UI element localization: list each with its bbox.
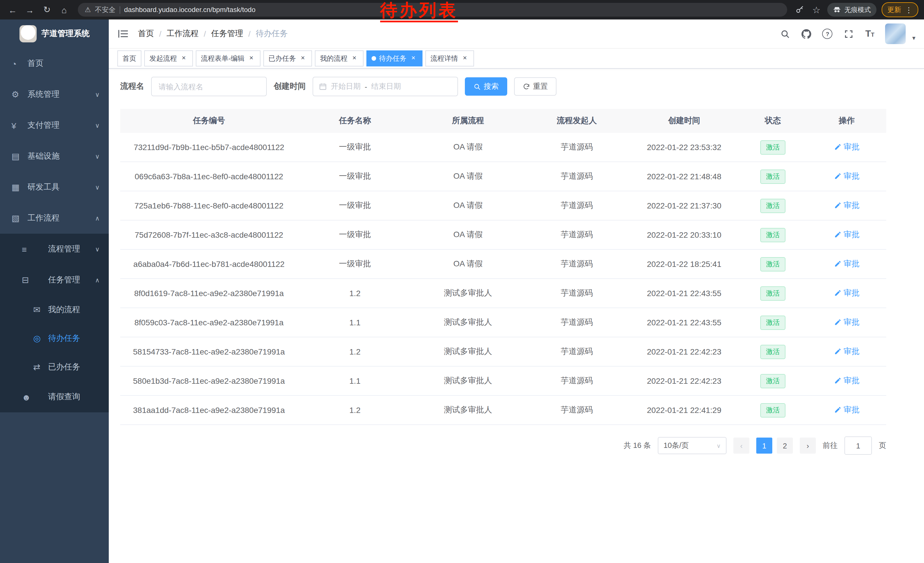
- page-button[interactable]: 1: [756, 438, 772, 453]
- date-range-picker[interactable]: 开始日期 - 结束日期: [313, 77, 458, 96]
- cell-task-name: 1.1: [298, 366, 412, 395]
- next-page-button[interactable]: ›: [800, 438, 816, 453]
- sidebar-item-task-management[interactable]: ⊟任务管理∧: [0, 264, 109, 296]
- approve-link[interactable]: 审批: [834, 142, 860, 152]
- approve-link[interactable]: 审批: [834, 347, 860, 357]
- approve-link[interactable]: 审批: [834, 288, 860, 299]
- close-icon[interactable]: ×: [299, 54, 307, 62]
- approve-link[interactable]: 审批: [834, 259, 860, 269]
- close-icon[interactable]: ×: [180, 54, 188, 62]
- sidebar-item-process-management[interactable]: ≡流程管理∨: [0, 234, 109, 264]
- sidebar-item-my-process[interactable]: ✉我的流程: [0, 296, 109, 324]
- cell-create-time: 2022-01-22 20:33:10: [630, 220, 738, 249]
- search-icon[interactable]: [780, 28, 791, 39]
- search-button[interactable]: 搜索: [465, 77, 507, 96]
- back-icon[interactable]: ←: [6, 3, 20, 17]
- prev-page-button[interactable]: ‹: [734, 438, 749, 453]
- cell-actions: 审批: [807, 191, 886, 220]
- cell-process: 测试多审批人: [412, 308, 524, 337]
- sidebar-item-workflow[interactable]: ▧工作流程∧: [0, 203, 109, 234]
- cell-starter: 芋道源码: [524, 220, 630, 249]
- sidebar-item-label: 首页: [27, 59, 109, 69]
- sidebar-item-system-management[interactable]: ⚙系统管理∨: [0, 79, 109, 110]
- browser-chrome: ← → ↻ ⌂ ⚠ 不安全 dashboard.yudao.iocoder.cn…: [0, 0, 924, 20]
- view-tab[interactable]: 流程表单-编辑×: [196, 50, 261, 66]
- chevron-down-icon: ∨: [95, 183, 100, 191]
- cell-process: 测试多审批人: [412, 395, 524, 425]
- key-icon[interactable]: [794, 4, 806, 15]
- close-icon[interactable]: ×: [410, 54, 417, 62]
- cell-starter: 芋道源码: [524, 395, 630, 425]
- cell-status: 激活: [738, 249, 807, 279]
- process-name-input[interactable]: [158, 82, 261, 92]
- reload-icon[interactable]: ↻: [40, 3, 54, 17]
- approve-link[interactable]: 审批: [834, 200, 860, 211]
- cell-process: OA 请假: [412, 220, 524, 249]
- view-tab[interactable]: 首页: [117, 50, 141, 66]
- app-logo[interactable]: 芋道管理系统: [0, 20, 109, 48]
- search-icon: [474, 83, 481, 90]
- more-menu-icon[interactable]: ⋮: [905, 6, 912, 14]
- caret-down-icon[interactable]: ▾: [912, 35, 915, 44]
- github-icon[interactable]: [801, 28, 812, 39]
- cell-create-time: 2022-01-22 18:25:41: [630, 249, 738, 279]
- breadcrumb-separator: /: [204, 29, 206, 38]
- edit-pencil-icon: [834, 173, 841, 180]
- breadcrumb-item-current: 待办任务: [256, 29, 288, 39]
- sidebar-item-leave-query[interactable]: ☻请假查询: [0, 381, 109, 412]
- status-badge: 激活: [760, 140, 786, 155]
- close-icon[interactable]: ×: [461, 54, 469, 62]
- sidebar-item-done-task[interactable]: ⇄已办任务: [0, 353, 109, 381]
- sidebar-item-dev-tools[interactable]: ▦研发工具∨: [0, 172, 109, 203]
- sidebar-item-todo-task[interactable]: ◎待办任务: [0, 324, 109, 353]
- breadcrumb-item[interactable]: 任务管理: [211, 29, 243, 39]
- search-button-label: 搜索: [484, 81, 499, 92]
- approve-link[interactable]: 审批: [834, 317, 860, 327]
- breadcrumb-item[interactable]: 首页: [138, 29, 154, 39]
- font-size-icon[interactable]: [864, 28, 876, 39]
- view-tab[interactable]: 待办任务×: [366, 50, 423, 66]
- sidebar-item-home[interactable]: ◔首页: [0, 48, 109, 79]
- approve-link[interactable]: 审批: [834, 405, 860, 415]
- gear-icon: ⚙: [12, 89, 27, 100]
- reset-button[interactable]: 重置: [514, 77, 556, 96]
- screenshot-root: ← → ↻ ⌂ ⚠ 不安全 dashboard.yudao.iocoder.cn…: [0, 0, 924, 563]
- close-icon[interactable]: ×: [350, 54, 358, 62]
- close-icon[interactable]: ×: [248, 54, 255, 62]
- task-list-icon: ⊟: [22, 275, 48, 285]
- table-body: 73211d9d-7b9b-11ec-b5b7-acde48001122一级审批…: [120, 133, 886, 425]
- view-tab[interactable]: 我的流程×: [315, 50, 363, 66]
- cell-status: 激活: [738, 279, 807, 308]
- cell-actions: 审批: [807, 133, 886, 162]
- home-icon[interactable]: ⌂: [57, 3, 71, 17]
- goto-page-input[interactable]: [844, 437, 872, 455]
- sidebar-item-payment-management[interactable]: ¥支付管理∨: [0, 110, 109, 141]
- fullscreen-icon[interactable]: [843, 28, 855, 39]
- table-row: 8f0d1619-7ac8-11ec-a9e2-a2380e71991a1.2测…: [120, 279, 886, 308]
- sidebar-collapse-icon[interactable]: [117, 28, 129, 39]
- page-size-select[interactable]: 10条/页 ∨: [658, 437, 726, 454]
- breadcrumb-item[interactable]: 工作流程: [166, 29, 199, 39]
- sidebar-item-infrastructure[interactable]: ▤基础设施∨: [0, 141, 109, 172]
- cell-task-name: 一级审批: [298, 191, 412, 220]
- update-button[interactable]: 更新 ⋮: [882, 2, 918, 17]
- page-button[interactable]: 2: [777, 438, 793, 453]
- process-name-field: [151, 77, 267, 96]
- help-icon[interactable]: [822, 28, 833, 39]
- approve-link[interactable]: 审批: [834, 376, 860, 386]
- cell-actions: 审批: [807, 249, 886, 279]
- approve-link[interactable]: 审批: [834, 171, 860, 182]
- table-header-row: 任务编号 任务名称 所属流程 流程发起人 创建时间 状态 操作: [120, 109, 886, 133]
- total-count: 共 16 条: [624, 440, 651, 451]
- view-tab[interactable]: 已办任务×: [263, 50, 312, 66]
- table-row: 069c6a63-7b8a-11ec-8ef0-acde48001122一级审批…: [120, 162, 886, 191]
- cell-task-name: 1.2: [298, 395, 412, 425]
- approve-link[interactable]: 审批: [834, 230, 860, 240]
- update-label: 更新: [887, 5, 901, 15]
- avatar[interactable]: [885, 24, 906, 44]
- view-tab[interactable]: 流程详情×: [425, 50, 474, 66]
- view-tab[interactable]: 发起流程×: [144, 50, 193, 66]
- forward-icon[interactable]: →: [23, 3, 37, 17]
- star-icon[interactable]: ☆: [811, 4, 822, 15]
- address-bar[interactable]: ⚠ 不安全 dashboard.yudao.iocoder.cn/bpm/tas…: [78, 3, 787, 17]
